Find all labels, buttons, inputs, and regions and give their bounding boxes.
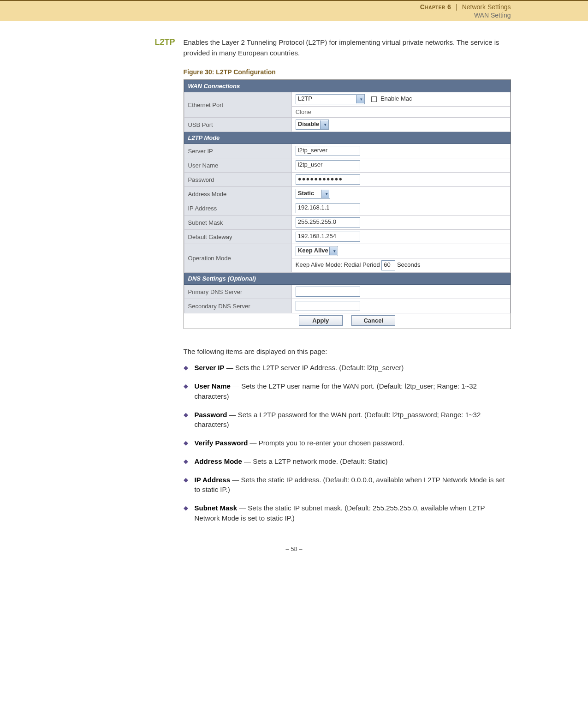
item-desc: — Sets a L2TP password for the WAN port.… [195,411,481,429]
figure-caption: Figure 30: L2TP Configuration [184,68,511,76]
list-item: ◆Server IP — Sets the L2TP server IP Add… [184,363,511,373]
ip-address-label: IP Address [184,201,291,216]
item-term: Address Mode [195,457,242,465]
diamond-icon: ◆ [184,382,188,401]
diamond-icon: ◆ [184,504,188,523]
address-mode-label: Address Mode [184,187,291,201]
ethernet-port-select[interactable]: L2TP▾ [296,94,365,104]
wan-connections-header: WAN Connections [184,80,510,92]
config-screenshot: WAN Connections Ethernet Port L2TP▾ Enab… [184,79,511,329]
server-ip-label: Server IP [184,144,291,158]
password-input[interactable]: ●●●●●●●●●●● [296,174,360,185]
intro-text: Enables the Layer 2 Tunneling Protocol (… [184,37,511,58]
diamond-icon: ◆ [184,411,188,430]
keep-alive-text: Keep Alive Mode: Redial Period [296,262,380,269]
seconds-label: Seconds [397,262,421,269]
operation-mode-label: Operation Mode [184,244,291,273]
clone-label: Clone [291,107,510,118]
item-term: IP Address [195,476,231,484]
address-mode-select[interactable]: Static▾ [296,189,330,199]
list-item: ◆Subnet Mask — Sets the static IP subnet… [184,503,511,523]
server-ip-input[interactable]: l2tp_server [296,146,360,156]
user-name-label: User Name [184,158,291,173]
side-heading: L2TP [77,37,184,531]
primary-dns-input[interactable] [296,287,360,297]
operation-mode-select[interactable]: Keep Alive▾ [296,246,338,256]
dns-settings-header: DNS Settings (Optional) [184,273,510,285]
usb-port-label: USB Port [184,118,291,132]
page-header: Chapter 6 | Network Settings WAN Setting [0,1,588,21]
primary-dns-label: Primary DNS Server [184,285,291,299]
enable-mac-label: Enable Mac [380,96,412,102]
diamond-icon: ◆ [184,476,188,495]
list-item: ◆IP Address — Sets the static IP address… [184,475,511,495]
list-item: ◆Address Mode — Sets a L2TP network mode… [184,456,511,467]
subnet-mask-label: Subnet Mask [184,216,291,230]
default-gateway-label: Default Gateway [184,230,291,244]
ethernet-port-label: Ethernet Port [184,92,291,118]
item-desc: — Sets the L2TP user name for the WAN po… [195,382,477,400]
user-name-input[interactable]: l2tp_user [296,160,360,170]
item-desc: — Sets the L2TP server IP Address. (Defa… [225,364,404,371]
usb-port-select[interactable]: Disable▾ [296,120,329,130]
separator: | [456,3,457,11]
diamond-icon: ◆ [184,439,188,448]
item-desc: — Prompts you to re-enter your chosen pa… [248,439,404,447]
secondary-dns-input[interactable] [296,301,360,311]
item-term: User Name [195,382,231,390]
enable-mac-checkbox[interactable] [371,96,377,102]
redial-period-input[interactable]: 60 [381,260,395,270]
item-desc: — Sets the static IP subnet mask. (Defau… [195,504,485,522]
diamond-icon: ◆ [184,457,188,467]
password-label: Password [184,173,291,187]
item-term: Server IP [195,364,225,371]
chapter-label: Chapter 6 [420,3,451,11]
item-desc: — Sets the static IP address. (Default: … [195,476,505,494]
page-number: – 58 – [0,545,588,566]
item-desc: — Sets a L2TP network mode. (Default: St… [242,457,388,465]
item-term: Password [195,411,227,419]
subnet-mask-input[interactable]: 255.255.255.0 [296,217,360,228]
subsection-name: WAN Setting [474,12,511,19]
list-item: ◆Verify Password — Prompts you to re-ent… [184,438,511,448]
following-text: The following items are displayed on thi… [184,348,511,355]
secondary-dns-label: Secondary DNS Server [184,299,291,313]
item-term: Verify Password [195,439,248,447]
parameter-list: ◆Server IP — Sets the L2TP server IP Add… [184,363,511,523]
section-name: Network Settings [462,3,511,11]
cancel-button[interactable]: Cancel [351,315,395,326]
default-gateway-input[interactable]: 192.168.1.254 [296,232,360,242]
ip-address-input[interactable]: 192.168.1.1 [296,203,360,213]
list-item: ◆Password — Sets a L2TP password for the… [184,410,511,430]
l2tp-mode-header: L2TP Mode [184,132,510,144]
apply-button[interactable]: Apply [299,315,343,326]
item-term: Subnet Mask [195,504,238,512]
list-item: ◆User Name — Sets the L2TP user name for… [184,381,511,401]
diamond-icon: ◆ [184,364,188,373]
